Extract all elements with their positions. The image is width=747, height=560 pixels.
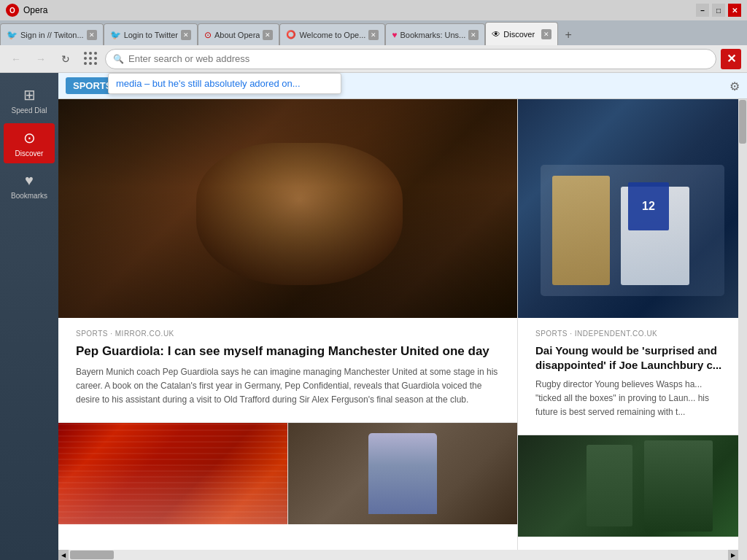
speed-dial-icon: ⊞ <box>23 86 36 104</box>
tab-label-about-opera: About Opera <box>214 31 260 39</box>
tab-close-discover[interactable]: ✕ <box>541 29 551 39</box>
tab-close-sign-in[interactable]: ✕ <box>87 30 97 40</box>
tab-close-welcome[interactable]: ✕ <box>368 30 379 40</box>
bottom-articles-row <box>58 422 517 524</box>
opera-icon-2: ⭕ <box>286 30 296 39</box>
sidebar-item-discover[interactable]: ⊙ Discover <box>4 123 55 163</box>
title-bar: O Opera – □ ✕ <box>0 0 747 20</box>
maximize-button[interactable]: □ <box>712 4 725 17</box>
horizontal-scrollbar-thumb[interactable] <box>70 551 114 559</box>
mid-article-image <box>288 423 517 524</box>
speed-dial-label: Speed Dial <box>12 106 47 114</box>
vertical-scrollbar[interactable] <box>738 99 747 560</box>
search-input[interactable] <box>128 53 708 64</box>
rugby-article-image: 12 <box>518 99 747 318</box>
twitter-icon-2: 🐦 <box>110 30 121 40</box>
sidebar: ⊞ Speed Dial ⊙ Discover ♥ Bookmarks <box>0 73 58 560</box>
opera-logo: O <box>6 4 19 17</box>
scroll-left-button[interactable]: ◀ <box>58 550 69 560</box>
main-article-meta: SPORTS · MIRROR.CO.UK <box>67 324 508 341</box>
discover-icon: ⊙ <box>23 129 36 147</box>
close-button[interactable]: ✕ <box>728 4 741 17</box>
news-content: SPORTS · MIRROR.CO.UK Pep Guardiola: I c… <box>58 99 747 550</box>
news-right-column: 12 SPORTS · INDEPENDENT.CO.UK Dai Young … <box>518 99 747 550</box>
news-left-column: SPORTS · MIRROR.CO.UK Pep Guardiola: I c… <box>58 99 518 550</box>
grid-view-button[interactable] <box>80 49 101 69</box>
sports-label: SPORTS <box>73 80 112 91</box>
horizontal-scrollbar[interactable]: ◀ ▶ <box>58 550 738 560</box>
tab-bar: 🐦 Sign in // Twiton... ✕ 🐦 Login to Twit… <box>0 20 747 45</box>
reload-button[interactable]: ↻ <box>55 49 76 69</box>
nav-bar: ← → ↻ 🔍 ✕ <box>0 45 747 73</box>
tab-bookmarks[interactable]: ♥ Bookmarks: Uns... ✕ <box>385 23 485 45</box>
tab-label-sign-in: Sign in // Twiton... <box>20 31 84 39</box>
tab-sign-in[interactable]: 🐦 Sign in // Twiton... ✕ <box>0 23 104 45</box>
opera-icon-1: ⊙ <box>204 30 212 40</box>
tab-login-twitter[interactable]: 🐦 Login to Twitter ✕ <box>104 23 198 45</box>
tab-label-welcome: Welcome to Ope... <box>299 31 365 39</box>
opera-menu-button[interactable]: ✕ <box>721 49 741 69</box>
tab-discover[interactable]: 👁 Discover ✕ <box>485 22 558 45</box>
autocomplete-text: media – but he's still absolutely adored… <box>116 78 301 89</box>
pep-article-image <box>58 99 517 318</box>
new-tab-button[interactable]: + <box>558 25 578 45</box>
tab-close-bookmarks[interactable]: ✕ <box>468 30 479 40</box>
bottom-right-article-image <box>518 435 747 537</box>
right-article-title: Dai Young would be 'surprised and disapp… <box>527 341 738 378</box>
tab-welcome[interactable]: ⭕ Welcome to Ope... ✕ <box>279 23 385 45</box>
twitter-icon-1: 🐦 <box>7 30 18 40</box>
back-button[interactable]: ← <box>6 49 26 69</box>
bookmarks-icon: ♥ <box>25 172 34 189</box>
minimize-button[interactable]: – <box>696 4 709 17</box>
tab-label-login-twitter: Login to Twitter <box>124 31 178 39</box>
autocomplete-dropdown[interactable]: media – but he's still absolutely adored… <box>108 73 341 94</box>
tab-close-about-opera[interactable]: ✕ <box>263 30 273 40</box>
discover-label: Discover <box>15 149 44 158</box>
grid-icon <box>84 52 98 66</box>
crowd-article-image <box>58 423 288 524</box>
sidebar-item-bookmarks[interactable]: ♥ Bookmarks <box>4 166 55 206</box>
heart-icon-tab: ♥ <box>392 30 397 40</box>
tab-label-discover: Discover <box>503 30 538 39</box>
tab-label-bookmarks: Bookmarks: Uns... <box>400 31 465 39</box>
tab-about-opera[interactable]: ⊙ About Opera ✕ <box>198 23 279 45</box>
bookmarks-label: Bookmarks <box>11 192 47 200</box>
main-article-body: Bayern Munich coach Pep Guardiola says h… <box>67 365 508 416</box>
main-article-content: SPORTS · MIRROR.CO.UK Pep Guardiola: I c… <box>58 318 517 422</box>
app-title: Opera <box>23 5 47 15</box>
address-bar[interactable]: 🔍 <box>105 49 716 69</box>
right-article-meta: SPORTS · INDEPENDENT.CO.UK <box>527 324 738 341</box>
main-article-title: Pep Guardiola: I can see myself managing… <box>67 341 508 365</box>
tab-close-login-twitter[interactable]: ✕ <box>181 30 191 40</box>
sidebar-item-speed-dial[interactable]: ⊞ Speed Dial <box>4 80 55 120</box>
right-article-content: SPORTS · INDEPENDENT.CO.UK Dai Young wou… <box>518 318 747 435</box>
scrollbar-track <box>69 550 728 560</box>
forward-button[interactable]: → <box>31 49 51 69</box>
settings-gear-icon[interactable]: ⚙ <box>729 79 740 93</box>
vertical-scrollbar-thumb[interactable] <box>739 100 746 144</box>
right-article-body: Rugby director Young believes Wasps ha..… <box>527 378 738 429</box>
discover-icon-tab: 👁 <box>492 29 500 39</box>
content-area: SPORTS ▼ ⚙ SPORTS · MIRROR.CO.UK Pep Gua… <box>58 73 747 560</box>
scroll-right-button[interactable]: ▶ <box>728 550 738 560</box>
search-icon: 🔍 <box>113 54 124 64</box>
main-layout: ⊞ Speed Dial ⊙ Discover ♥ Bookmarks SPOR… <box>0 73 747 560</box>
